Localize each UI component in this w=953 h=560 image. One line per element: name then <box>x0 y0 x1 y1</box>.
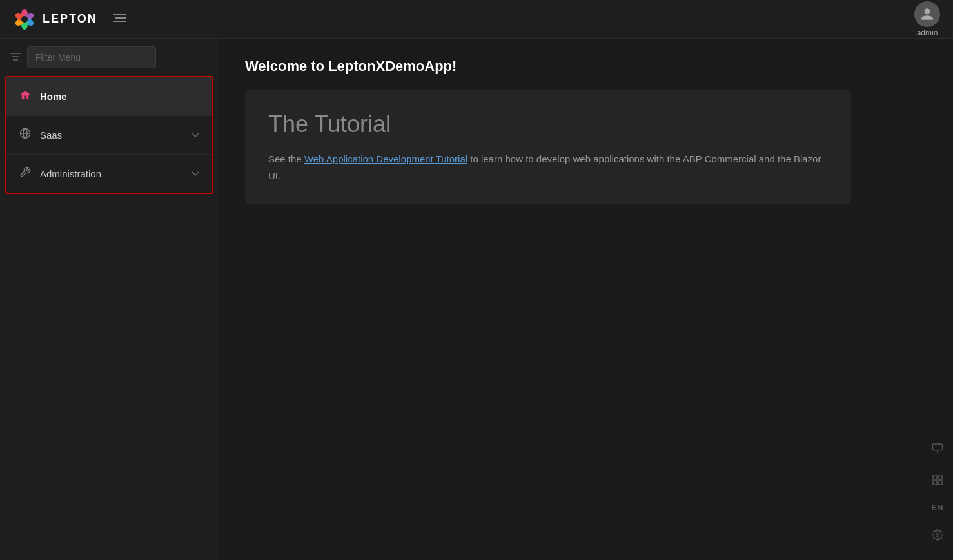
avatar-circle <box>914 1 940 27</box>
sidebar-item-administration[interactable]: Administration <box>6 155 212 193</box>
sidebar-item-administration-label: Administration <box>40 168 192 179</box>
sidebar-item-home[interactable]: Home <box>6 77 212 115</box>
admin-label: admin <box>917 28 938 37</box>
filter-menu-input[interactable] <box>27 46 156 68</box>
svg-rect-22 <box>933 481 937 485</box>
sidebar: Home Saas <box>0 39 219 560</box>
svg-rect-20 <box>933 476 937 479</box>
svg-rect-23 <box>938 481 942 485</box>
logo-text: LEPTON <box>43 12 97 26</box>
settings-icon[interactable] <box>928 525 947 545</box>
main-layout: Home Saas <box>0 39 953 560</box>
tutorial-body: See the Web Application Development Tuto… <box>268 151 828 184</box>
header: LEPTON admin <box>0 0 953 39</box>
svg-point-24 <box>936 534 939 537</box>
language-label[interactable]: EN <box>931 503 943 512</box>
svg-rect-21 <box>938 476 942 479</box>
sidebar-item-saas[interactable]: Saas <box>6 116 212 154</box>
tutorial-body-prefix: See the <box>268 153 304 164</box>
content-area: Welcome to LeptonXDemoApp! The Tutorial … <box>219 39 921 560</box>
tutorial-link[interactable]: Web Application Development Tutorial <box>304 153 467 164</box>
filter-menu-container <box>0 39 219 76</box>
tutorial-heading: The Tutorial <box>268 111 828 138</box>
header-right: admin <box>914 1 940 37</box>
header-left: LEPTON <box>13 8 131 31</box>
administration-chevron-icon <box>192 169 199 179</box>
saas-chevron-icon <box>192 131 199 140</box>
home-icon <box>19 89 31 104</box>
svg-point-7 <box>21 16 28 23</box>
hamburger-icon[interactable] <box>108 10 131 28</box>
monitor-icon[interactable] <box>928 438 947 458</box>
filter-icon <box>10 52 21 63</box>
logo[interactable]: LEPTON <box>13 8 97 31</box>
user-avatar[interactable]: admin <box>914 1 940 37</box>
svg-rect-17 <box>932 444 942 450</box>
nav-items: Home Saas <box>5 76 213 194</box>
tutorial-card: The Tutorial See the Web Application Dev… <box>245 90 851 204</box>
wrench-icon <box>19 166 31 181</box>
right-panel: EN <box>921 39 953 560</box>
globe-icon <box>19 128 31 142</box>
page-title: Welcome to LeptonXDemoApp! <box>245 58 895 75</box>
grid-icon[interactable] <box>928 470 947 490</box>
sidebar-item-saas-label: Saas <box>40 130 192 140</box>
logo-icon <box>13 8 36 31</box>
sidebar-item-home-label: Home <box>40 91 199 102</box>
